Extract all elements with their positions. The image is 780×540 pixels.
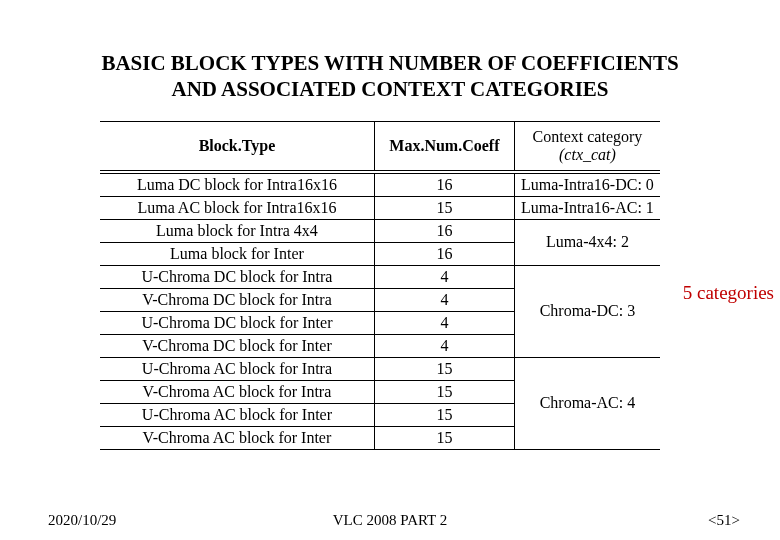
col-header-block-type: Block.Type <box>100 122 374 171</box>
footer-center: VLC 2008 PART 2 <box>0 512 780 529</box>
footer-page: <51> <box>708 512 740 529</box>
annotation-five-categories: 5 categories <box>683 282 774 304</box>
cell-coeff: 15 <box>374 426 514 449</box>
cell-coeff: 16 <box>374 173 514 196</box>
cell-coeff: 15 <box>374 380 514 403</box>
col-header-ctx: Context category (ctx_cat) <box>514 122 660 171</box>
cell-coeff: 15 <box>374 403 514 426</box>
cell-coeff: 15 <box>374 196 514 219</box>
cell-block-type: V-Chroma DC block for Inter <box>100 334 374 357</box>
cell-coeff: 4 <box>374 334 514 357</box>
ctx-header-label: Context category <box>533 128 643 145</box>
cell-coeff: 16 <box>374 242 514 265</box>
cell-block-type: U-Chroma AC block for Inter <box>100 403 374 426</box>
cell-block-type: Luma DC block for Intra16x16 <box>100 173 374 196</box>
cell-block-type: U-Chroma AC block for Intra <box>100 357 374 380</box>
table-container: Block.Type Max.Num.Coeff Context categor… <box>100 121 660 450</box>
cell-block-type: V-Chroma AC block for Intra <box>100 380 374 403</box>
cell-ctx: Chroma-AC: 4 <box>514 357 660 449</box>
col-header-max-coeff: Max.Num.Coeff <box>374 122 514 171</box>
cell-block-type: Luma AC block for Intra16x16 <box>100 196 374 219</box>
slide-title: BASIC BLOCK TYPES WITH NUMBER OF COEFFIC… <box>100 50 680 103</box>
block-type-table: Block.Type Max.Num.Coeff Context categor… <box>100 121 660 450</box>
cell-ctx: Chroma-DC: 3 <box>514 265 660 357</box>
cell-coeff: 4 <box>374 311 514 334</box>
cell-ctx: Luma-Intra16-DC: 0 <box>514 173 660 196</box>
cell-block-type: U-Chroma DC block for Inter <box>100 311 374 334</box>
cell-ctx: Luma-Intra16-AC: 1 <box>514 196 660 219</box>
cell-block-type: Luma block for Intra 4x4 <box>100 219 374 242</box>
cell-coeff: 15 <box>374 357 514 380</box>
cell-block-type: Luma block for Inter <box>100 242 374 265</box>
ctx-header-paren: (ctx_cat) <box>559 146 616 163</box>
cell-coeff: 16 <box>374 219 514 242</box>
cell-block-type: V-Chroma AC block for Inter <box>100 426 374 449</box>
cell-block-type: V-Chroma DC block for Intra <box>100 288 374 311</box>
cell-block-type: U-Chroma DC block for Intra <box>100 265 374 288</box>
cell-coeff: 4 <box>374 288 514 311</box>
cell-coeff: 4 <box>374 265 514 288</box>
cell-ctx: Luma-4x4: 2 <box>514 219 660 265</box>
